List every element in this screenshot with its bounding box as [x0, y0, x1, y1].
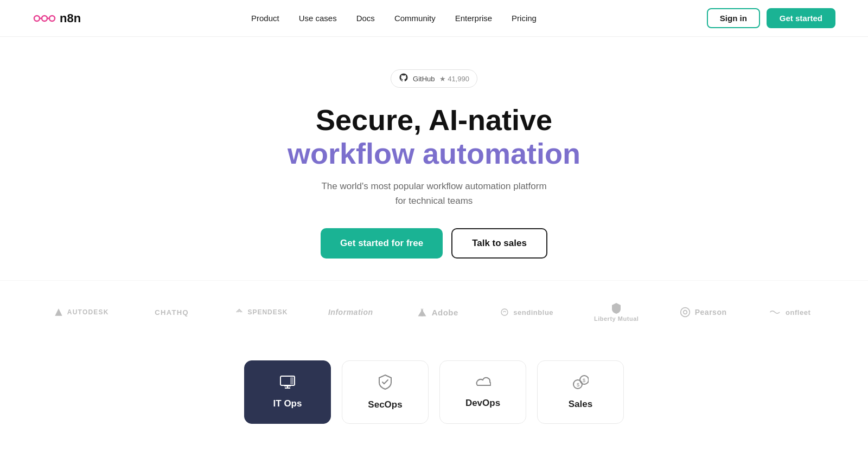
- svg-rect-12: [290, 377, 293, 384]
- logo-adobe: Adobe: [394, 307, 481, 318]
- logo-libertymutual: Liberty Mutual: [573, 302, 660, 322]
- svg-text:$: $: [583, 378, 585, 383]
- nav-links: Product Use cases Docs Community Enterpr…: [251, 14, 537, 23]
- hero-talktosales-button[interactable]: Talk to sales: [451, 228, 547, 259]
- logos-section: AUTODESK CHATHQ SPENDESK Information Ado…: [0, 280, 868, 339]
- logo-icon: [33, 11, 56, 26]
- nav-actions: Sign in Get started: [707, 8, 835, 28]
- cat-itops-label: IT Ops: [273, 398, 302, 409]
- logo-sendinblue-text: sendinblue: [513, 308, 553, 317]
- logo[interactable]: n8n: [33, 11, 81, 26]
- github-platform: GitHub: [413, 75, 435, 83]
- cat-sales[interactable]: $$ Sales: [537, 360, 624, 424]
- hero-headline-line2: workflow automation: [288, 137, 580, 170]
- cat-sales-label: Sales: [569, 399, 592, 410]
- nav-product[interactable]: Product: [251, 14, 279, 23]
- hero-getstarted-button[interactable]: Get started for free: [321, 228, 443, 259]
- logo-pearson: Pearson: [660, 307, 746, 318]
- categories-section: IT Ops SecOps DevOps $$ Sales: [0, 350, 868, 424]
- sales-icon: $$: [572, 374, 589, 393]
- svg-point-10: [683, 311, 687, 314]
- devops-icon: [475, 376, 491, 392]
- logo-chathq: CHATHQ: [129, 308, 215, 317]
- cat-secops[interactable]: SecOps: [342, 360, 429, 424]
- hero-subtext: The world's most popular workflow automa…: [320, 179, 548, 208]
- nav-pricing[interactable]: Pricing: [512, 14, 537, 23]
- navbar: n8n Product Use cases Docs Community Ent…: [0, 0, 868, 37]
- svg-point-0: [34, 16, 40, 21]
- svg-point-9: [680, 308, 690, 317]
- hero-buttons: Get started for free Talk to sales: [321, 228, 547, 259]
- hero-headline: Secure, AI-native workflow automation: [288, 103, 580, 170]
- logo-information: Information: [307, 308, 394, 317]
- logo-text: n8n: [60, 11, 81, 25]
- logo-spendesk-text: SPENDESK: [248, 308, 288, 316]
- nav-community[interactable]: Community: [394, 14, 436, 23]
- logo-pearson-text: Pearson: [695, 308, 727, 317]
- cat-devops-label: DevOps: [465, 398, 500, 409]
- svg-point-1: [42, 16, 47, 21]
- logo-autodesk: AUTODESK: [35, 308, 129, 317]
- hero-headline-line1: Secure, AI-native: [316, 104, 552, 136]
- logo-chathq-text: CHATHQ: [155, 308, 188, 317]
- logo-information-text: Information: [328, 308, 373, 317]
- logo-adobe-text: Adobe: [432, 308, 458, 317]
- logo-autodesk-text: AUTODESK: [67, 308, 109, 316]
- logo-spendesk: SPENDESK: [215, 308, 308, 317]
- svg-point-8: [501, 309, 508, 315]
- secops-icon: [378, 374, 392, 394]
- svg-marker-5: [55, 308, 62, 315]
- svg-marker-7: [421, 308, 426, 317]
- getstarted-button[interactable]: Get started: [767, 8, 835, 28]
- logo-sendinblue: sendinblue: [481, 308, 573, 317]
- itops-icon: [279, 375, 296, 393]
- svg-point-2: [49, 16, 55, 21]
- cat-itops[interactable]: IT Ops: [244, 360, 331, 424]
- logo-onfleet-text: onfleet: [786, 308, 810, 317]
- cat-devops[interactable]: DevOps: [439, 360, 526, 424]
- nav-usecases[interactable]: Use cases: [299, 14, 337, 23]
- github-stars: ★ 41,990: [439, 75, 469, 83]
- github-icon: [399, 73, 409, 85]
- github-badge[interactable]: GitHub ★ 41,990: [391, 69, 477, 88]
- nav-enterprise[interactable]: Enterprise: [455, 14, 492, 23]
- nav-docs[interactable]: Docs: [356, 14, 375, 23]
- logo-onfleet: onfleet: [746, 308, 833, 317]
- svg-text:$: $: [577, 382, 579, 388]
- cat-secops-label: SecOps: [368, 399, 402, 410]
- signin-button[interactable]: Sign in: [707, 8, 760, 28]
- logo-libertymutual-text: Liberty Mutual: [594, 315, 639, 322]
- hero-section: GitHub ★ 41,990 Secure, AI-native workfl…: [0, 37, 868, 280]
